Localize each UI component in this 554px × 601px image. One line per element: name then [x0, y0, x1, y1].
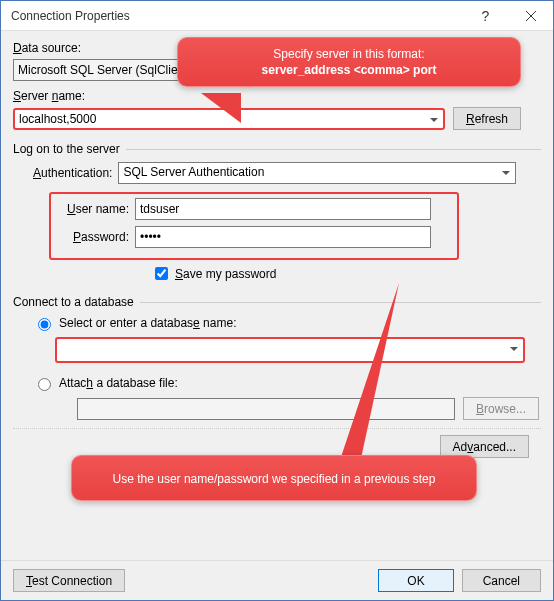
select-db-label: Select or enter a database name:: [59, 316, 236, 330]
help-button[interactable]: ?: [463, 1, 508, 30]
attach-file-field: [77, 398, 455, 420]
attach-db-radio[interactable]: [38, 378, 51, 391]
authentication-combo[interactable]: SQL Server Authentication: [118, 162, 516, 184]
server-name-label: Server name:: [13, 89, 541, 103]
logon-section-header: Log on to the server: [13, 142, 541, 156]
test-connection-button[interactable]: Test Connection: [13, 569, 125, 592]
content-area: Data source: Server name: localhost,5000…: [1, 31, 553, 468]
select-db-radio[interactable]: [38, 318, 51, 331]
connect-section-header: Connect to a database: [13, 295, 541, 309]
callout-text: Specify server in this format:: [194, 46, 504, 62]
ok-button[interactable]: OK: [378, 569, 453, 592]
close-button[interactable]: [508, 1, 553, 30]
cancel-button[interactable]: Cancel: [462, 569, 541, 592]
divider: [126, 149, 541, 150]
close-icon: [526, 11, 536, 21]
callout-text: Use the user name/password we specified …: [113, 472, 436, 486]
save-password-label: Save my password: [175, 267, 276, 281]
username-field[interactable]: [135, 198, 431, 220]
dialog-footer: Test Connection OK Cancel: [1, 560, 553, 600]
data-source-field: [13, 59, 191, 81]
authentication-label: Authentication:: [33, 166, 112, 180]
refresh-button[interactable]: Refresh: [453, 107, 521, 130]
window-title: Connection Properties: [11, 9, 463, 23]
callout-credentials: Use the user name/password we specified …: [71, 455, 477, 501]
password-label: Password:: [57, 230, 129, 244]
browse-button: Browse...: [463, 397, 539, 420]
callout-server-format: Specify server in this format: server_ad…: [177, 37, 521, 87]
save-password-checkbox[interactable]: [155, 267, 168, 280]
logon-section-label: Log on to the server: [13, 142, 120, 156]
attach-db-label: Attach a database file:: [59, 376, 178, 390]
database-name-combo[interactable]: [55, 337, 525, 363]
help-icon: ?: [482, 8, 490, 24]
authentication-value: SQL Server Authentication: [123, 165, 264, 179]
titlebar: Connection Properties ?: [1, 1, 553, 31]
connect-section-label: Connect to a database: [13, 295, 134, 309]
titlebar-buttons: ?: [463, 1, 553, 30]
username-label: User name:: [57, 202, 129, 216]
divider: [140, 302, 541, 303]
server-name-value: localhost,5000: [19, 112, 96, 126]
callout-text-bold: server_address <comma> port: [194, 62, 504, 78]
callout-pointer: [201, 93, 241, 123]
dialog-window: Connection Properties ? Data source: Ser…: [0, 0, 554, 601]
password-field[interactable]: [135, 226, 431, 248]
